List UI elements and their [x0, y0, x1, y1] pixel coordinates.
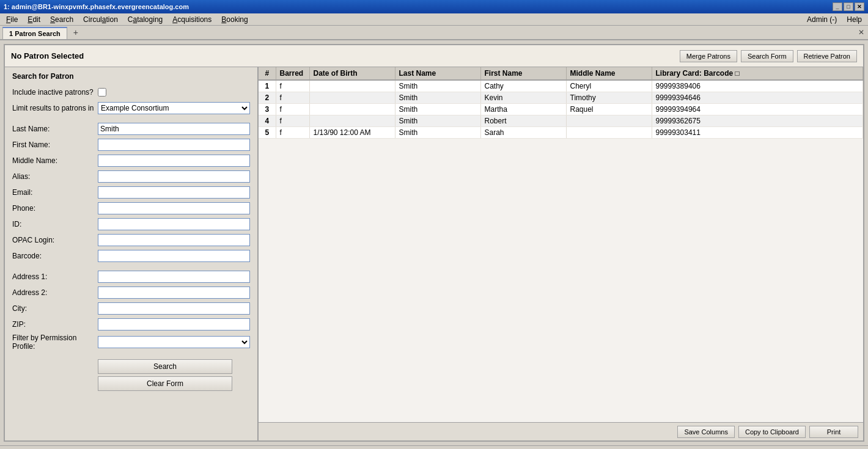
first-name-row: First Name:: [12, 138, 250, 151]
menu-booking[interactable]: Booking: [216, 14, 252, 25]
bottom-bar: Save Columns Copy to Clipboard Print: [259, 422, 863, 440]
id-label: ID:: [12, 220, 98, 228]
filter-profile-select[interactable]: [98, 336, 250, 348]
phone-input[interactable]: [98, 202, 250, 214]
retrieve-patron-button[interactable]: Retrieve Patron: [797, 50, 857, 62]
title-bar-text: 1: admin@BR1-winxpvmfx.phasefx.evergreen…: [4, 3, 189, 10]
col-header-num: #: [259, 67, 276, 80]
menu-help[interactable]: Help: [842, 14, 867, 25]
limit-results-row: Limit results to patrons in Example Cons…: [12, 101, 250, 115]
table-row[interactable]: 1 f Smith Cathy Cheryl 99999389406: [259, 80, 863, 92]
cell-num: 2: [259, 92, 276, 104]
cell-num: 3: [259, 104, 276, 115]
cell-middlename: Cheryl: [566, 80, 652, 92]
limit-results-select[interactable]: Example Consortium: [98, 102, 250, 114]
id-input[interactable]: [98, 218, 250, 230]
col-header-middlename: Middle Name: [566, 67, 652, 80]
address1-label: Address 1:: [12, 272, 98, 281]
alias-input[interactable]: [98, 170, 250, 183]
limit-results-label: Limit results to patrons in: [12, 104, 98, 112]
email-row: Email:: [12, 186, 250, 199]
table-row[interactable]: 2 f Smith Kevin Timothy 99999394646: [259, 92, 863, 104]
zip-input[interactable]: [98, 318, 250, 330]
no-patron-label: No Patron Selected: [11, 51, 84, 60]
cell-num: 1: [259, 80, 276, 92]
menu-circulation[interactable]: Circulation: [78, 14, 123, 25]
id-row: ID:: [12, 217, 250, 231]
cell-barred: f: [276, 104, 309, 115]
body-split: Search for Patron Include inactive patro…: [5, 67, 863, 440]
barcode-label: Barcode:: [12, 252, 98, 260]
col-header-dob: Date of Birth: [309, 67, 395, 80]
search-panel: Search for Patron Include inactive patro…: [5, 67, 259, 440]
menu-acquisitions[interactable]: Acquisitions: [167, 14, 216, 25]
cell-firstname: Robert: [480, 115, 566, 127]
tab-add-button[interactable]: +: [68, 26, 83, 39]
search-form-button[interactable]: Search Form: [741, 50, 793, 62]
address2-label: Address 2:: [12, 288, 98, 297]
cell-barred: f: [276, 127, 309, 139]
zip-label: ZIP:: [12, 320, 98, 329]
clear-form-button[interactable]: Clear Form: [98, 376, 232, 391]
include-inactive-checkbox[interactable]: [98, 88, 106, 97]
table-row[interactable]: 5 f 1/13/90 12:00 AM Smith Sarah 9999930…: [259, 127, 863, 139]
col-header-firstname: First Name: [480, 67, 566, 80]
barcode-input[interactable]: [98, 250, 250, 262]
minimize-button[interactable]: _: [833, 2, 842, 11]
search-button[interactable]: Search: [98, 359, 232, 374]
phone-row: Phone:: [12, 202, 250, 215]
menu-file[interactable]: File: [1, 14, 23, 25]
cell-lastname: Smith: [395, 92, 480, 104]
tab-close-button[interactable]: ✕: [858, 28, 864, 37]
menu-search[interactable]: Search: [45, 14, 78, 25]
alias-row: Alias:: [12, 170, 250, 183]
title-bar-controls: _ □ ✕: [833, 2, 864, 11]
results-tbody: 1 f Smith Cathy Cheryl 99999389406 2 f S…: [259, 80, 863, 139]
table-row[interactable]: 4 f Smith Robert 99999362675: [259, 115, 863, 127]
last-name-input[interactable]: [98, 123, 250, 135]
cell-barred: f: [276, 80, 309, 92]
tab-patron-search[interactable]: 1 Patron Search: [2, 27, 67, 39]
top-buttons: Merge Patrons Search Form Retrieve Patro…: [680, 50, 857, 62]
city-input[interactable]: [98, 302, 250, 315]
middle-name-input[interactable]: [98, 155, 250, 167]
menu-edit[interactable]: Edit: [23, 14, 45, 25]
save-columns-button[interactable]: Save Columns: [677, 426, 735, 438]
merge-patrons-button[interactable]: Merge Patrons: [680, 50, 737, 62]
cell-lastname: Smith: [395, 115, 480, 127]
cell-dob: [309, 92, 395, 104]
table-row[interactable]: 3 f Smith Martha Raquel 99999394964: [259, 104, 863, 115]
cell-dob: [309, 104, 395, 115]
cell-barred: f: [276, 92, 309, 104]
menu-cataloging[interactable]: Cataloging: [123, 14, 167, 25]
print-button[interactable]: Print: [809, 426, 858, 438]
menu-admin[interactable]: Admin (-): [802, 14, 842, 25]
close-button[interactable]: ✕: [855, 2, 864, 11]
phone-label: Phone:: [12, 204, 98, 213]
cell-dob: [309, 115, 395, 127]
cell-lastname: Smith: [395, 104, 480, 115]
address2-row: Address 2:: [12, 286, 250, 299]
copy-clipboard-button[interactable]: Copy to Clipboard: [738, 426, 806, 438]
cell-middlename: Raquel: [566, 104, 652, 115]
cell-middlename: [566, 115, 652, 127]
opac-login-label: OPAC Login:: [12, 236, 98, 244]
maximize-button[interactable]: □: [844, 2, 853, 11]
search-buttons: Search Clear Form: [12, 359, 250, 391]
cell-num: 5: [259, 127, 276, 139]
cell-firstname: Sarah: [480, 127, 566, 139]
address2-input[interactable]: [98, 287, 250, 299]
col-header-lastname: Last Name: [395, 67, 480, 80]
opac-login-input[interactable]: [98, 234, 250, 246]
cell-firstname: Kevin: [480, 92, 566, 104]
col-header-barcode: Library Card: Barcode □: [652, 67, 863, 80]
email-input[interactable]: [98, 186, 250, 199]
col-header-barred: Barred: [276, 67, 309, 80]
cell-barcode: 99999362675: [652, 115, 863, 127]
last-name-row: Last Name:: [12, 122, 250, 136]
tab-bar: 1 Patron Search + ✕: [0, 26, 868, 40]
cell-barcode: 99999394964: [652, 104, 863, 115]
first-name-input[interactable]: [98, 139, 250, 151]
cell-firstname: Martha: [480, 104, 566, 115]
address1-input[interactable]: [98, 271, 250, 283]
